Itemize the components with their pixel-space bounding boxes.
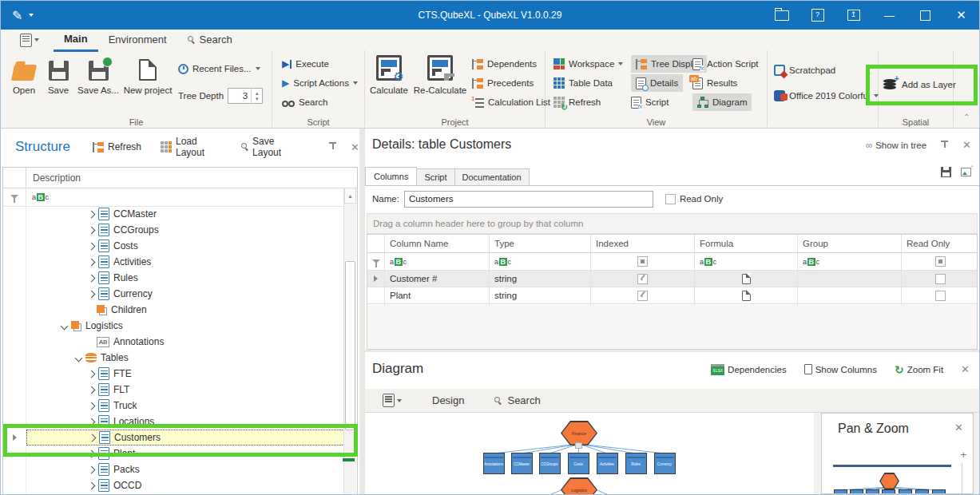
tree-item-content[interactable]: Plant: [26, 446, 344, 461]
tree-filter-row[interactable]: aBc: [3, 188, 357, 207]
cell-column-name[interactable]: Plant: [385, 287, 490, 303]
col-header-group[interactable]: Group: [798, 235, 902, 252]
zoom-slider[interactable]: [962, 463, 963, 493]
precedents-button[interactable]: Precedents: [472, 74, 534, 92]
tree-item-flt[interactable]: FLT: [3, 382, 344, 398]
close-button[interactable]: ✕: [943, 1, 979, 30]
chevron-right-icon[interactable]: [88, 226, 96, 234]
diagram-table-node-activities[interactable]: Activities: [597, 453, 618, 474]
tree-item-annotations[interactable]: ABAnnotations: [3, 334, 344, 350]
tab-columns[interactable]: Columns: [365, 167, 417, 185]
columns-filter-row[interactable]: aBc aBc aBc aBc: [367, 253, 977, 271]
tree-item-content[interactable]: Customers: [26, 430, 344, 446]
details-toggle[interactable]: Details: [631, 74, 683, 92]
tree-item-content[interactable]: Currency: [26, 286, 344, 302]
tree-item-packs[interactable]: Packs: [3, 461, 344, 477]
workspace-button[interactable]: Workspace: [553, 55, 623, 73]
read-only-checkbox[interactable]: [665, 194, 676, 204]
scrollbar-thumb[interactable]: [345, 261, 355, 430]
show-in-tree-button[interactable]: ∞ Show in tree: [866, 141, 926, 150]
tree-item-content[interactable]: Rules: [26, 270, 344, 286]
details-export-icon[interactable]: [961, 168, 971, 176]
tree-item-content[interactable]: ABAnnotations: [26, 334, 344, 350]
tree-item-content[interactable]: CCGroups: [26, 222, 344, 238]
table-data-button[interactable]: Table Data: [553, 74, 613, 92]
tree-item-children[interactable]: Children: [3, 302, 344, 318]
structure-pin-button[interactable]: [329, 140, 336, 154]
chevron-right-icon[interactable]: [88, 418, 96, 426]
scratchpad-button[interactable]: Scratchpad: [774, 61, 835, 79]
tree-item-tables[interactable]: Tables: [3, 350, 344, 366]
chevron-right-icon[interactable]: [88, 449, 96, 457]
minimap[interactable]: [822, 414, 957, 493]
tab-script[interactable]: Script: [416, 168, 454, 185]
col-header-formula[interactable]: Formula: [695, 235, 798, 252]
chevron-down-icon[interactable]: [61, 322, 69, 330]
tree-item-customers[interactable]: Customers: [3, 430, 344, 446]
tab-documentation[interactable]: Documentation: [454, 168, 530, 185]
formula-icon[interactable]: [742, 291, 751, 301]
tree-item-currency[interactable]: Currency: [3, 286, 344, 302]
details-save-icon[interactable]: [941, 167, 951, 177]
tab-environment[interactable]: Environment: [98, 30, 177, 50]
details-close-button[interactable]: ✕: [962, 139, 971, 151]
details-pin-button[interactable]: [941, 140, 948, 151]
chevron-right-icon[interactable]: [88, 258, 96, 266]
recent-files-button[interactable]: Recent Files...: [178, 60, 260, 77]
tree-item-locations[interactable]: Locations: [3, 414, 344, 430]
tree-item-fte[interactable]: FTE: [3, 366, 344, 382]
tree-item-content[interactable]: Packs: [26, 461, 344, 477]
column-row-customer-[interactable]: Customer #string: [367, 271, 977, 287]
col-header-read-only[interactable]: Read Only: [902, 235, 979, 252]
cell-group[interactable]: [798, 287, 902, 303]
diagram-table-node-rules[interactable]: Rules: [625, 453, 647, 474]
cell-column-name[interactable]: Customer #: [385, 271, 490, 287]
open-file-titlebar-button[interactable]: [764, 1, 799, 30]
chevron-right-icon[interactable]: [88, 465, 96, 473]
chevron-right-icon[interactable]: [88, 370, 96, 378]
save-button[interactable]: Save: [42, 52, 74, 111]
chevron-right-icon[interactable]: [88, 386, 96, 394]
tree-depth-stepper[interactable]: 3 ▲▼: [228, 88, 263, 104]
zoom-in-control[interactable]: +: [960, 449, 966, 461]
tree-item-content[interactable]: Tables: [26, 350, 344, 366]
tree-item-truck[interactable]: Truck: [3, 398, 344, 414]
chevron-right-icon[interactable]: [88, 210, 96, 218]
refresh-button[interactable]: ↻ Refresh: [553, 93, 601, 111]
diagram-table-node-annotations[interactable]: Annotations: [483, 453, 505, 474]
readonly-checkbox[interactable]: [935, 291, 946, 301]
col-header-column-name[interactable]: Column Name: [385, 235, 490, 252]
tree-item-occd[interactable]: OCCD: [3, 477, 344, 493]
chevron-right-icon[interactable]: [88, 402, 96, 410]
tree-item-ccmaster[interactable]: CCMaster: [3, 206, 344, 222]
ribbon-search-button[interactable]: Search: [282, 93, 327, 111]
indexed-checkbox[interactable]: [637, 274, 648, 284]
cell-type[interactable]: string: [490, 271, 591, 287]
tree-item-content[interactable]: FLT: [26, 382, 344, 398]
chevron-right-icon[interactable]: [89, 434, 97, 442]
chevron-down-icon[interactable]: [75, 354, 83, 362]
read-only-checkbox-row[interactable]: Read Only: [665, 194, 723, 204]
diagram-table-node-ccgroups[interactable]: CCGroups: [539, 453, 561, 474]
diagram-canvas[interactable]: FinanceAnnotationsCCMasterCCGroupsCostsA…: [365, 413, 815, 494]
group-by-bar[interactable]: Drag a column header here to group by th…: [367, 213, 978, 234]
col-header-type[interactable]: Type: [490, 235, 591, 252]
help-titlebar-button[interactable]: ?: [799, 1, 835, 30]
tree-item-logistics[interactable]: Logistics: [3, 318, 344, 334]
results-button[interactable]: abResults: [692, 74, 737, 92]
diagram-tab-search[interactable]: Search: [494, 394, 540, 406]
description-column-header[interactable]: Description: [26, 172, 81, 184]
tree-item-content[interactable]: FTE: [26, 366, 344, 382]
tab-search[interactable]: Search: [177, 30, 243, 50]
zoom-fit-button[interactable]: ↻ Zoom Fit: [895, 364, 943, 375]
collapse-ribbon-button[interactable]: ⌃: [963, 113, 970, 121]
column-row-plant[interactable]: Plantstring: [367, 287, 977, 304]
tree-item-content[interactable]: Costs: [26, 238, 344, 254]
tree-item-content[interactable]: Locations: [26, 414, 344, 430]
tree-item-content[interactable]: Logistics: [26, 318, 344, 334]
vertical-splitter[interactable]: [359, 129, 365, 494]
tree-item-content[interactable]: Activities: [26, 254, 344, 270]
save-as-button[interactable]: Save As...: [75, 52, 121, 111]
new-project-button[interactable]: New project: [122, 52, 173, 111]
diagram-close-button[interactable]: ✕: [961, 363, 970, 375]
